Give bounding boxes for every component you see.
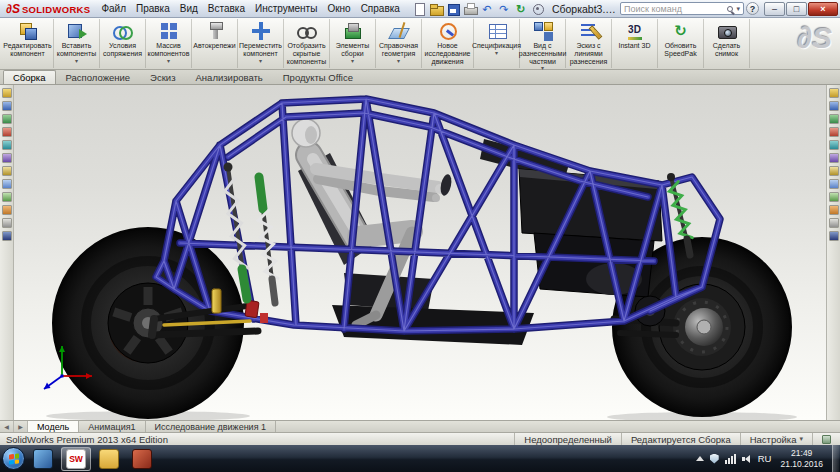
clock[interactable]: 21:49 21.10.2016 [777, 448, 826, 468]
right-toolbar-icon[interactable] [829, 88, 839, 98]
tab-model[interactable]: Модель [28, 421, 79, 432]
start-button[interactable] [2, 447, 25, 470]
quick-access-toolbar: ↶ ↷ ↻ [407, 2, 550, 16]
ribbon-button-reference-geometry[interactable]: Справочная геометрия ▾ [376, 19, 422, 68]
ribbon-button-smart-fasteners[interactable]: Автокрепежи [192, 19, 238, 68]
menu-view[interactable]: Вид [175, 3, 203, 14]
close-button[interactable]: × [808, 2, 838, 16]
tab-office-products[interactable]: Продукты Office [273, 70, 363, 84]
rebuild-icon[interactable]: ↻ [514, 2, 528, 16]
menu-edit[interactable]: Правка [131, 3, 175, 14]
show-desktop-button[interactable] [832, 445, 839, 472]
menu-file[interactable]: Файл [96, 3, 131, 14]
move-component-icon [251, 21, 271, 41]
tab-motion-study[interactable]: Исследование движения 1 [146, 421, 276, 432]
ribbon-button-edit-component[interactable]: Редактировать компонент [2, 19, 54, 68]
ribbon-button-move-component[interactable]: Переместить компонент ▾ [238, 19, 284, 68]
ribbon-button-explode-line-sketch[interactable]: Эскиз с линиями разнесения [566, 19, 612, 68]
ribbon-button-insert-components[interactable]: Вставить компоненты ▾ [54, 19, 100, 68]
maximize-button[interactable]: □ [786, 2, 807, 16]
new-document-icon[interactable] [412, 2, 426, 16]
taskbar-app-viewer[interactable] [127, 447, 157, 471]
volume-icon[interactable] [742, 454, 752, 464]
print-icon[interactable] [463, 2, 477, 16]
tab-assembly[interactable]: Сборка [3, 70, 56, 84]
left-toolbar-icon[interactable] [2, 166, 12, 176]
undo-icon[interactable]: ↶ [480, 2, 494, 16]
tray-date: 21.10.2016 [780, 459, 823, 469]
ribbon-button-mate[interactable]: Условия сопряжения [100, 19, 146, 68]
left-toolbar-icon[interactable] [2, 114, 12, 124]
open-file-icon[interactable] [429, 2, 443, 16]
left-toolbar-icon[interactable] [2, 205, 12, 215]
ribbon-button-take-snapshot[interactable]: Сделать снимок [704, 19, 750, 68]
dropdown-arrow-icon[interactable]: ▾ [495, 50, 498, 57]
right-toolbar-icon[interactable] [829, 192, 839, 202]
language-indicator[interactable]: RU [758, 453, 772, 464]
tab-scroll-left-icon[interactable]: ◀ [0, 421, 14, 432]
ribbon-button-update-speedpak[interactable]: Обновить SpeedPak [658, 19, 704, 68]
left-toolbar-icon[interactable] [2, 153, 12, 163]
left-toolbar-icon[interactable] [2, 101, 12, 111]
dropdown-arrow-icon[interactable]: ▾ [351, 58, 354, 65]
right-toolbar-icon[interactable] [829, 231, 839, 241]
tab-scroll-right-icon[interactable]: ▶ [14, 421, 28, 432]
right-toolbar-icon[interactable] [829, 218, 839, 228]
left-toolbar-icon[interactable] [2, 231, 12, 241]
menu-help[interactable]: Справка [356, 3, 405, 14]
right-toolbar-icon[interactable] [829, 127, 839, 137]
graphics-viewport[interactable] [14, 85, 826, 420]
tab-layout[interactable]: Расположение [56, 70, 141, 84]
ribbon-button-instant-3d[interactable]: Instant 3D [612, 19, 658, 68]
redo-icon[interactable]: ↷ [497, 2, 511, 16]
options-gear-icon[interactable] [531, 2, 545, 16]
action-center-icon[interactable] [710, 454, 719, 464]
dropdown-arrow-icon[interactable]: ▾ [397, 58, 400, 65]
ribbon-button-show-hidden-components[interactable]: Отобразить скрытые компоненты [284, 19, 330, 68]
ribbon-button-bill-of-materials[interactable]: Спецификация ▾ [474, 19, 520, 68]
right-toolbar-icon[interactable] [829, 101, 839, 111]
viewport-canvas[interactable] [14, 85, 826, 420]
left-toolbar-icon[interactable] [2, 179, 12, 189]
network-icon[interactable] [725, 454, 736, 464]
left-toolbar-icon[interactable] [2, 127, 12, 137]
menu-tools[interactable]: Инструменты [250, 3, 322, 14]
status-icon [822, 435, 831, 444]
taskbar-app-solidworks[interactable]: SW [61, 447, 91, 471]
minimize-button[interactable]: – [764, 2, 785, 16]
right-toolbar-icon[interactable] [829, 140, 839, 150]
right-toolbar-icon[interactable] [829, 153, 839, 163]
taskbar-app-explorer[interactable] [94, 447, 124, 471]
status-icon-cell[interactable] [812, 433, 840, 445]
menu-window[interactable]: Окно [322, 3, 355, 14]
ribbon-button-assembly-features[interactable]: Элементы сборки ▾ [330, 19, 376, 68]
taskbar-app-media[interactable] [28, 447, 58, 471]
ribbon-button-new-motion-study[interactable]: Новое исследование движения [422, 19, 474, 68]
command-search-box[interactable]: Поиск команд ▾ [620, 2, 744, 15]
dropdown-arrow-icon[interactable]: ▾ [75, 58, 78, 65]
dropdown-arrow-icon[interactable]: ▾ [259, 58, 262, 65]
ribbon-button-pattern-components[interactable]: Массив компонентов ▾ [146, 19, 192, 68]
dropdown-arrow-icon[interactable]: ▾ [167, 58, 170, 65]
tray-time: 21:49 [780, 448, 823, 458]
right-toolbar-icon[interactable] [829, 114, 839, 124]
command-manager-ribbon: Редактировать компонент Вставить компоне… [0, 18, 840, 70]
menu-insert[interactable]: Вставка [203, 3, 250, 14]
tab-evaluate[interactable]: Анализировать [186, 70, 273, 84]
ribbon-button-exploded-view[interactable]: Вид с разнесенными частями ▾ [520, 19, 566, 68]
tab-sketch[interactable]: Эскиз [140, 70, 185, 84]
right-toolbar-icon[interactable] [829, 166, 839, 176]
configuration-selector[interactable]: Настройка ▾ [740, 433, 812, 445]
smart-fasteners-icon [205, 21, 225, 41]
save-icon[interactable] [446, 2, 460, 16]
search-dropdown-icon[interactable]: ▾ [736, 5, 740, 13]
left-toolbar-icon[interactable] [2, 218, 12, 228]
left-toolbar-icon[interactable] [2, 88, 12, 98]
tray-expand-icon[interactable] [696, 456, 704, 461]
help-button[interactable]: ? [746, 2, 759, 15]
tab-animation[interactable]: Анимация1 [79, 421, 145, 432]
right-toolbar-icon[interactable] [829, 205, 839, 215]
left-toolbar-icon[interactable] [2, 192, 12, 202]
left-toolbar-icon[interactable] [2, 140, 12, 150]
right-toolbar-icon[interactable] [829, 179, 839, 189]
